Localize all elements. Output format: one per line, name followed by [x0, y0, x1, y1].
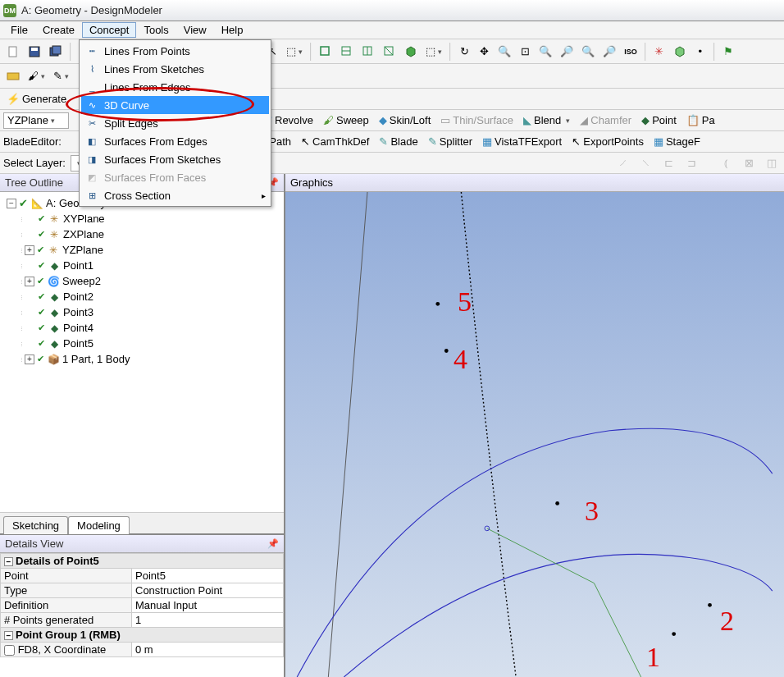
stage-button[interactable]: ▦StageF — [650, 133, 704, 151]
blade-button[interactable]: ✎Blade — [376, 133, 421, 151]
tree-item-label: 1 Part, 1 Body — [62, 353, 130, 365]
expand-icon[interactable]: + — [25, 245, 34, 255]
tree-item[interactable]: ⋮+✔✳YZPlane — [3, 242, 284, 258]
tree-item[interactable]: ⋮✔◆Point3 — [3, 304, 284, 320]
tree-item-label: YZPlane — [62, 244, 103, 256]
zoom-sel-icon[interactable]: 🔎 — [557, 43, 577, 61]
menu-lines-from-sketches[interactable]: ⌇Lines From Sketches — [81, 60, 269, 78]
tree-item[interactable]: ⋮✔◆Point1 — [3, 258, 284, 273]
zoom-fit-icon[interactable]: ⊡ — [516, 43, 534, 61]
expand-icon[interactable]: + — [25, 277, 34, 286]
axis-icon[interactable]: ✳ — [650, 43, 668, 61]
expand-icon[interactable]: + — [25, 355, 34, 364]
iso-icon[interactable]: ISO — [621, 43, 640, 61]
menu-lines-from-points[interactable]: ┅Lines From Points — [81, 42, 269, 60]
menu-split-edges[interactable]: ✂Split Edges — [81, 114, 269, 132]
menu-surfaces-from-edges[interactable]: ◧Surfaces From Edges — [81, 132, 269, 150]
zoom3-icon[interactable]: 🔎 — [599, 43, 619, 61]
tree-item[interactable]: ⋮✔◆Point2 — [3, 289, 284, 304]
box1-icon[interactable] — [316, 43, 335, 61]
tree-item-icon: ◆ — [48, 306, 61, 319]
pencil-icon[interactable]: ✎ — [50, 67, 72, 85]
vistatf-button[interactable]: ▦VistaTFExport — [479, 133, 565, 151]
tree-item[interactable]: ⋮✔◆Point5 — [3, 336, 284, 351]
brush-icon[interactable]: 🖌 — [25, 67, 48, 85]
app-icon: DM — [3, 4, 16, 17]
camthk-button[interactable]: ↖CamThkDef — [298, 133, 372, 151]
tree-item[interactable]: ⋮+✔🌀Sweep2 — [3, 273, 284, 289]
svg-point-14 — [485, 526, 490, 531]
svg-line-11 — [385, 47, 393, 55]
tree-item[interactable]: ⋮✔✳ZXPlane — [3, 226, 284, 242]
expand-icon[interactable]: − — [7, 199, 16, 208]
tree-item-label: Point3 — [63, 306, 93, 318]
selectlayer-label: Select Layer: — [3, 157, 66, 169]
tree-item[interactable]: ⋮+✔📦1 Part, 1 Body — [3, 351, 284, 367]
dot-icon[interactable]: • — [691, 43, 709, 61]
surf-sketches-icon: ◨ — [84, 152, 99, 167]
tree-item-icon: ◆ — [48, 259, 61, 272]
menubar: File Create Concept Tools View Help — [0, 21, 784, 39]
skinloft-button[interactable]: ◆Skin/Loft — [376, 112, 435, 130]
save-all-icon[interactable] — [46, 43, 66, 61]
tab-sketching[interactable]: Sketching — [3, 516, 68, 534]
svg-point-18 — [444, 349, 449, 353]
pan-icon[interactable]: ✥ — [475, 43, 493, 61]
plane-selector[interactable]: YZPlane — [3, 112, 69, 129]
menu-concept[interactable]: Concept — [82, 22, 136, 38]
gt4-icon: ⊐ — [682, 154, 700, 172]
zoom-in-icon[interactable]: 🔍 — [536, 43, 555, 61]
tree-item-icon: ◆ — [48, 322, 61, 335]
save-icon[interactable] — [25, 43, 44, 61]
box4-icon[interactable] — [380, 43, 399, 61]
zoom-box-icon[interactable]: 🔍 — [495, 43, 514, 61]
yellow-icon[interactable] — [3, 67, 23, 85]
menu-cross-section[interactable]: ⊞Cross Section▸ — [81, 186, 269, 204]
tree-item[interactable]: ⋮✔✳XYPlane — [3, 211, 284, 226]
annot-4: 4 — [454, 344, 467, 375]
left-pane: Tree Outline📌 − ✔ 📐 A: Geometry ⋮✔✳XYPla… — [0, 174, 285, 677]
run-icon[interactable]: ⚑ — [719, 43, 737, 61]
window-title: A: Geometry - DesignModeler — [21, 4, 162, 16]
menu-help[interactable]: Help — [214, 22, 251, 38]
details-body[interactable]: −Details of Point5 PointPoint5 TypeConst… — [0, 553, 284, 677]
tree-item-label: ZXPlane — [63, 228, 104, 240]
cube-icon[interactable] — [401, 43, 421, 61]
tree[interactable]: − ✔ 📐 A: Geometry ⋮✔✳XYPlane⋮✔✳ZXPlane⋮+… — [0, 192, 284, 512]
box-drop-icon[interactable]: ⬚ — [422, 43, 445, 61]
menu-create[interactable]: Create — [35, 22, 82, 38]
pa-button[interactable]: 📋Pa — [683, 112, 718, 130]
tree-item[interactable]: ⋮✔◆Point4 — [3, 320, 284, 336]
svg-rect-0 — [9, 47, 16, 57]
thinsurface-button[interactable]: ▭Thin/Surface — [437, 112, 517, 130]
sweep-button[interactable]: 🖌Sweep — [320, 112, 372, 130]
tab-modeling[interactable]: Modeling — [68, 516, 130, 534]
tree-item-label: Sweep2 — [62, 275, 101, 287]
menu-file[interactable]: File — [3, 22, 35, 38]
menu-lines-from-edges[interactable]: ⎯Lines From Edges — [81, 78, 269, 96]
details-view: Details View📌 −Details of Point5 PointPo… — [0, 533, 284, 677]
new-icon[interactable] — [3, 43, 23, 61]
box2-icon[interactable] — [337, 43, 357, 61]
blend-button[interactable]: ◣Blend — [520, 112, 573, 130]
chamfer-button[interactable]: ◢Chamfer — [577, 112, 635, 130]
canvas[interactable]: 1 2 3 4 5 — [285, 192, 784, 677]
generate-button[interactable]: ⚡Generate — [3, 90, 70, 108]
details-header: Details View📌 — [0, 535, 284, 553]
pin2-icon[interactable]: 📌 — [267, 538, 279, 549]
zoom2-icon[interactable]: 🔍 — [578, 43, 598, 61]
select-drop-icon[interactable]: ⬚ — [283, 43, 306, 61]
svg-rect-5 — [321, 47, 329, 55]
splitter-button[interactable]: ✎Splitter — [425, 133, 476, 151]
box3-icon[interactable] — [358, 43, 378, 61]
rotate-icon[interactable]: ↻ — [455, 43, 473, 61]
cube2-icon[interactable] — [670, 43, 690, 61]
exportpoints-button[interactable]: ↖ExportPoints — [568, 133, 647, 151]
point-button[interactable]: ◆Point — [638, 112, 680, 130]
menu-tools[interactable]: Tools — [136, 22, 175, 38]
tree-item-label: Point1 — [63, 259, 93, 272]
menu-3d-curve[interactable]: ∿3D Curve — [81, 96, 269, 114]
menu-surfaces-from-sketches[interactable]: ◨Surfaces From Sketches — [81, 150, 269, 168]
menu-view[interactable]: View — [176, 22, 214, 38]
canvas-svg — [285, 192, 784, 677]
